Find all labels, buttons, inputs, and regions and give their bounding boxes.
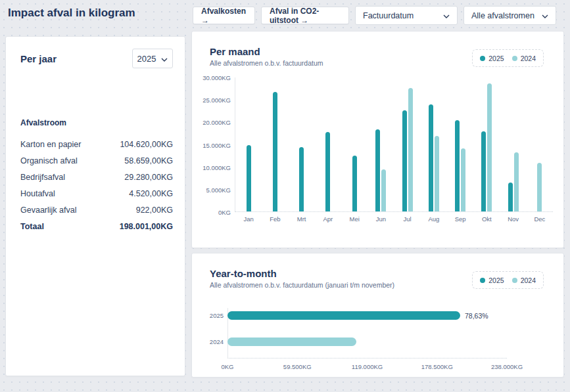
x-tick-label: 119.000KG [352, 363, 383, 370]
x-tick-label: Dec [534, 215, 545, 223]
hbar-row-2025: 202578,63% [204, 311, 559, 320]
legend-dot-icon [512, 56, 517, 61]
month-slot-mei: Mei [341, 77, 368, 211]
legend-label: 2025 [488, 54, 504, 62]
month-slot-apr: Apr [315, 77, 341, 211]
bar-2025-jun [375, 129, 380, 211]
factuurdatum-dropdown[interactable]: Factuurdatum [355, 6, 458, 25]
row-value: 58.659,00KG [124, 156, 173, 165]
legend-dot-icon [480, 56, 485, 61]
x-tick-label: Apr [323, 215, 333, 223]
bar-2024-okt [487, 83, 492, 211]
x-tick-label: Sep [455, 215, 466, 223]
total-value: 198.001,00KG [120, 222, 173, 231]
y-tick-label: 15.000KG [202, 141, 231, 148]
month-slot-jul: Jul [394, 77, 421, 211]
month-slot-sep: Sep [447, 77, 473, 211]
month-slot-aug: Aug [421, 77, 447, 211]
afval-co2-button[interactable]: Afval in CO2-uitstoot → [261, 7, 349, 24]
y-tick-label: 5.000KG [206, 186, 231, 193]
hbar-2025 [227, 311, 460, 320]
afvalstroom-table-header: Afvalstroom [20, 118, 173, 127]
afvalstromen-dropdown[interactable]: Alle afvalstromen [463, 6, 556, 25]
x-tick-label: 0KG [221, 363, 233, 370]
x-tick-label: Jun [376, 215, 386, 223]
month-slot-dec: Dec [527, 77, 553, 211]
per-maand-chart: 30.000KG25.000KG20.000KG15.000KG10.000KG… [204, 77, 553, 212]
bar-2024-jun [381, 169, 386, 211]
per-maand-legend: 20252024 [472, 49, 544, 67]
chevron-down-icon [161, 54, 168, 64]
legend-item-2025[interactable]: 2025 [480, 54, 504, 62]
bar-2024-dec [537, 163, 542, 212]
chevron-down-icon [542, 11, 548, 20]
month-slot-okt: Okt [473, 77, 500, 211]
x-tick-label: Feb [270, 215, 280, 223]
legend-item-2024[interactable]: 2024 [512, 54, 536, 62]
month-slot-jun: Jun [368, 77, 394, 211]
afvalkosten-button[interactable]: Afvalkosten → [193, 7, 255, 24]
row-value: 922,00KG [136, 206, 173, 215]
bar-2025-mei [352, 156, 357, 211]
bar-2024-nov [514, 152, 519, 211]
bar-2025-aug [429, 104, 433, 211]
year-to-month-subtitle: Alle afvalstromen o.b.v. factuurdatum (j… [210, 281, 394, 289]
total-label: Totaal [20, 222, 44, 231]
legend-dot-icon [480, 278, 485, 283]
row-value: 4.520,00KG [129, 189, 173, 198]
bar-2025-okt [481, 131, 486, 211]
per-maand-title: Per maand [210, 46, 260, 57]
row-label: Houtafval [20, 189, 55, 198]
year-to-month-card: Year-to-month Alle afvalstromen o.b.v. f… [191, 253, 564, 378]
per-jaar-card: Per jaar 2025 Afvalstroom Karton en papi… [5, 36, 185, 376]
x-tick-label: 59.500KG [283, 363, 312, 370]
year-to-month-legend: 20252024 [472, 271, 544, 289]
year-select-value: 2025 [137, 54, 156, 64]
x-tick-label: 238.000KG [491, 363, 523, 370]
legend-label: 2024 [521, 54, 536, 62]
x-tick-label: Mei [349, 215, 359, 223]
y-tick-label: 20.000KG [202, 119, 231, 126]
legend-item-2024[interactable]: 2024 [512, 276, 536, 284]
bar-2025-apr [325, 132, 330, 211]
bar-2025-jan [247, 145, 251, 211]
year-to-month-title: Year-to-month [210, 268, 277, 279]
y-axis-labels: 30.000KG25.000KG20.000KG15.000KG10.000KG… [204, 77, 235, 212]
bar-2024-sep [461, 148, 465, 211]
x-tick-label: Okt [482, 215, 492, 223]
page-title: Impact afval in kilogram [8, 7, 135, 20]
afvalstroom-table: Afvalstroom Karton en papier104.620,00KG… [20, 118, 173, 234]
legend-label: 2024 [521, 276, 536, 284]
legend-dot-icon [512, 278, 517, 283]
x-tick-label: Mrt [297, 215, 306, 223]
x-tick-label: Nov [508, 215, 519, 223]
table-row: Gevaarlijk afval922,00KG [20, 202, 173, 218]
afvalstromen-dropdown-value: Alle afvalstromen [471, 11, 534, 20]
bar-2025-sep [455, 120, 460, 211]
chevron-down-icon [443, 11, 450, 20]
y-tick-label: 25.000KG [202, 97, 231, 104]
month-slot-feb: Feb [262, 77, 288, 211]
legend-item-2025[interactable]: 2025 [480, 276, 504, 284]
x-tick-label: 178.500KG [421, 363, 453, 370]
table-row: Karton en papier104.620,00KG [20, 136, 173, 152]
x-tick-label: Jul [404, 215, 412, 223]
row-value: 29.280,00KG [124, 173, 173, 182]
hbar-value-label: 78,63% [465, 312, 488, 320]
y-tick-label: 30.000KG [202, 74, 231, 81]
bar-2025-nov [508, 183, 513, 211]
table-row: Houtafval4.520,00KG [20, 185, 173, 202]
row-value: 104.620,00KG [120, 140, 173, 149]
per-maand-months: JanFebMrtAprMeiJunJulAugSepOktNovDec [235, 77, 553, 211]
x-axis-labels: 0KG59.500KG119.000KG178.500KG238.000KG [227, 363, 507, 372]
afvalstroom-table-rows: Karton en papier104.620,00KGOrganisch af… [20, 136, 173, 218]
per-jaar-title: Per jaar [20, 53, 57, 64]
y-tick-label: 0KG [218, 209, 231, 216]
legend-label: 2025 [488, 276, 504, 284]
bar-2025-feb [273, 92, 277, 211]
hbar-category-label: 2025 [204, 312, 224, 319]
hbar-2024 [227, 338, 356, 346]
table-row: Bedrijfsafval29.280,00KG [20, 169, 173, 185]
year-select[interactable]: 2025 [132, 49, 173, 68]
per-maand-subtitle: Alle afvalstromen o.b.v. factuurdatum [210, 59, 323, 67]
